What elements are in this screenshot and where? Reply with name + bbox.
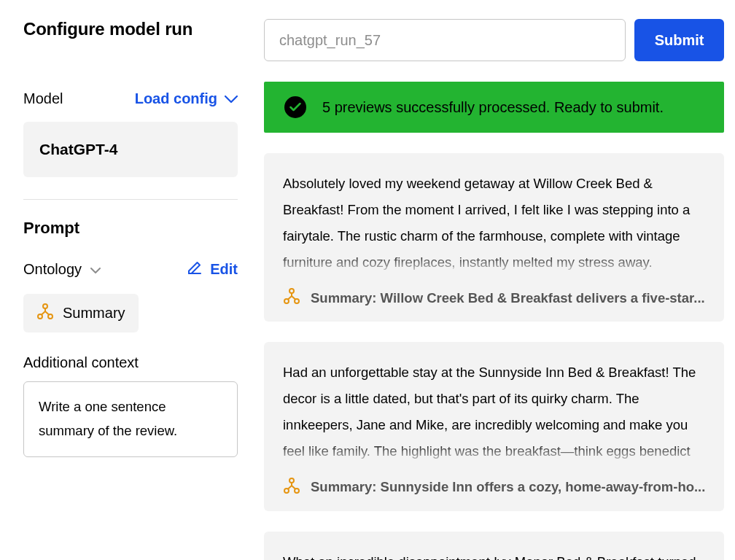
pencil-icon xyxy=(187,260,203,279)
load-config-label: Load config xyxy=(135,90,217,107)
run-name-input[interactable]: chatgpt_run_57 xyxy=(264,19,626,61)
svg-point-1 xyxy=(38,314,42,319)
additional-context-label: Additional context xyxy=(23,354,238,371)
ontology-item-summary[interactable]: Summary xyxy=(23,294,139,332)
previews-list: Absolutely loved my weekend getaway at W… xyxy=(264,153,724,560)
preview-text: Absolutely loved my weekend getaway at W… xyxy=(283,171,705,276)
ontology-tree-icon xyxy=(283,477,300,498)
svg-point-4 xyxy=(284,299,289,303)
selected-model-card[interactable]: ChatGPT-4 xyxy=(23,122,238,177)
svg-point-8 xyxy=(295,489,299,493)
divider xyxy=(23,199,238,200)
edit-button[interactable]: Edit xyxy=(187,260,238,279)
svg-point-3 xyxy=(289,289,294,293)
prompt-section-title: Prompt xyxy=(23,219,238,238)
preview-summary-row: Summary: Willow Creek Bed & Breakfast de… xyxy=(283,276,705,322)
ontology-tree-icon xyxy=(283,287,300,308)
submit-button[interactable]: Submit xyxy=(634,19,725,61)
edit-label: Edit xyxy=(210,261,238,278)
chevron-down-icon xyxy=(90,261,101,278)
preview-card[interactable]: What an incredible disappointment Ivy Ma… xyxy=(264,532,724,561)
ontology-item-label: Summary xyxy=(63,305,125,322)
chevron-down-icon xyxy=(225,90,238,107)
preview-card[interactable]: Had an unforgettable stay at the Sunnysi… xyxy=(264,342,724,510)
preview-card[interactable]: Absolutely loved my weekend getaway at W… xyxy=(264,153,724,322)
svg-point-7 xyxy=(284,489,289,493)
ontology-dropdown[interactable]: Ontology xyxy=(23,261,101,278)
svg-point-2 xyxy=(48,314,52,319)
page-title: Configure model run xyxy=(23,19,238,39)
model-label: Model xyxy=(23,90,63,107)
status-banner: 5 previews successfully processed. Ready… xyxy=(264,82,724,133)
ontology-label: Ontology xyxy=(23,261,82,278)
svg-point-5 xyxy=(295,299,299,303)
preview-text: Had an unforgettable stay at the Sunnysi… xyxy=(283,359,705,464)
svg-point-0 xyxy=(43,304,47,308)
additional-context-input[interactable]: Write a one sentence summary of the revi… xyxy=(23,381,238,457)
load-config-button[interactable]: Load config xyxy=(135,90,238,107)
status-message: 5 previews successfully processed. Ready… xyxy=(322,99,664,116)
preview-summary-text: Summary: Sunnyside Inn offers a cozy, ho… xyxy=(311,479,705,495)
preview-text: What an incredible disappointment Ivy Ma… xyxy=(283,549,705,561)
svg-point-6 xyxy=(289,478,294,483)
ontology-tree-icon xyxy=(36,303,54,324)
preview-summary-text: Summary: Willow Creek Bed & Breakfast de… xyxy=(311,290,705,306)
preview-summary-row: Summary: Sunnyside Inn offers a cozy, ho… xyxy=(283,465,705,511)
check-circle-icon xyxy=(284,96,306,118)
